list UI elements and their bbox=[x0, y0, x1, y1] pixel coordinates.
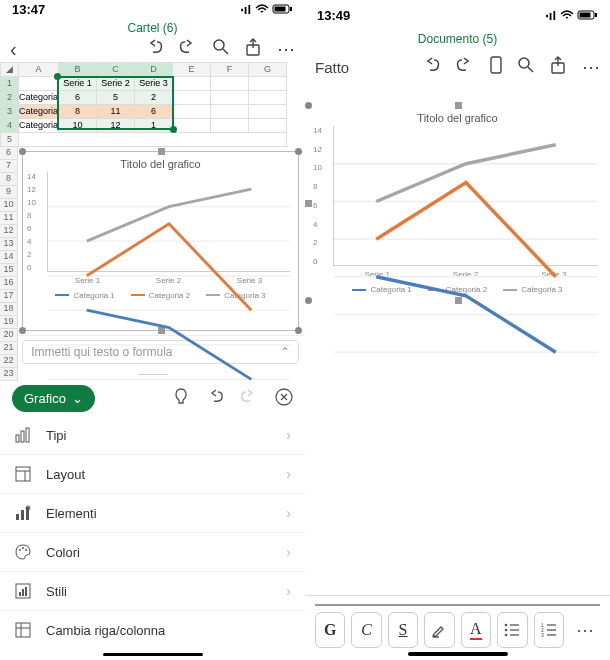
cell[interactable]: 6 bbox=[135, 104, 173, 118]
row-header[interactable]: 13 bbox=[0, 238, 17, 251]
search-icon[interactable] bbox=[518, 57, 534, 78]
col-header[interactable]: B bbox=[59, 62, 97, 76]
row-header[interactable]: 1 bbox=[1, 76, 19, 90]
undo-icon[interactable] bbox=[145, 39, 163, 60]
more-formatting-icon[interactable]: ⋯ bbox=[570, 619, 600, 641]
cell[interactable]: 6 bbox=[59, 90, 97, 104]
resize-handle[interactable] bbox=[158, 148, 165, 155]
row-header[interactable]: 3 bbox=[1, 104, 19, 118]
row-header[interactable]: 12 bbox=[0, 225, 17, 238]
cell[interactable]: 5 bbox=[97, 90, 135, 104]
chart-object[interactable]: Titolo del grafico 14121086420 bbox=[22, 151, 299, 331]
corner-cell[interactable]: ◢ bbox=[1, 62, 19, 76]
col-header[interactable]: A bbox=[19, 62, 59, 76]
row-header[interactable]: 16 bbox=[0, 277, 17, 290]
cell[interactable]: 1 bbox=[135, 118, 173, 132]
resize-handle[interactable] bbox=[305, 297, 312, 304]
back-button[interactable]: ‹ bbox=[10, 38, 17, 61]
share-icon[interactable] bbox=[245, 38, 261, 61]
svg-point-40 bbox=[519, 58, 529, 68]
cell[interactable]: 10 bbox=[59, 118, 97, 132]
menu-item-types[interactable]: Tipi › bbox=[0, 416, 305, 455]
resize-handle[interactable] bbox=[295, 327, 302, 334]
row-header[interactable]: 21 bbox=[0, 342, 17, 355]
resize-handle[interactable] bbox=[305, 200, 312, 207]
status-bar: 13:47 ⋅ıl bbox=[0, 0, 305, 19]
redo-icon[interactable] bbox=[179, 39, 197, 60]
cell[interactable]: Serie 1 bbox=[59, 76, 97, 90]
resize-handle[interactable] bbox=[305, 102, 312, 109]
chevron-right-icon: › bbox=[286, 427, 291, 443]
row-header[interactable]: 4 bbox=[1, 118, 19, 132]
chart-object[interactable]: Titolo del grafico 14121086420 bbox=[309, 106, 606, 300]
home-indicator[interactable] bbox=[103, 653, 203, 656]
svg-rect-39 bbox=[491, 57, 501, 73]
numbered-list-button[interactable]: 123 bbox=[534, 612, 564, 648]
mobile-view-icon[interactable] bbox=[490, 56, 502, 79]
bold-button[interactable]: G bbox=[315, 612, 345, 648]
col-header[interactable]: C bbox=[97, 62, 135, 76]
menu-item-colors[interactable]: Colori › bbox=[0, 533, 305, 572]
cell[interactable]: 11 bbox=[97, 104, 135, 118]
row-header[interactable]: 15 bbox=[0, 264, 17, 277]
selection-handle[interactable] bbox=[170, 126, 177, 133]
cell[interactable]: Categoria bbox=[19, 90, 59, 104]
menu-item-styles[interactable]: Stili › bbox=[0, 572, 305, 611]
home-indicator[interactable] bbox=[408, 652, 508, 656]
done-button[interactable]: Fatto bbox=[315, 59, 349, 76]
cell[interactable]: Serie 3 bbox=[135, 76, 173, 90]
row-header[interactable]: 7 bbox=[0, 160, 17, 173]
cell[interactable]: 12 bbox=[97, 118, 135, 132]
undo-icon[interactable] bbox=[422, 57, 440, 78]
svg-point-28 bbox=[25, 549, 27, 551]
status-time: 13:47 bbox=[12, 2, 45, 17]
plot-area bbox=[47, 172, 290, 272]
cell[interactable]: Serie 2 bbox=[97, 76, 135, 90]
row-header[interactable]: 6 bbox=[0, 147, 17, 160]
wifi-icon bbox=[255, 2, 269, 17]
cell[interactable]: Categoria bbox=[19, 118, 59, 132]
row-header[interactable]: 5 bbox=[1, 132, 19, 146]
cell[interactable]: 2 bbox=[135, 90, 173, 104]
cell[interactable]: 8 bbox=[59, 104, 97, 118]
resize-handle[interactable] bbox=[19, 327, 26, 334]
row-header[interactable]: 23 bbox=[0, 368, 17, 381]
row-header[interactable]: 22 bbox=[0, 355, 17, 368]
selection-handle[interactable] bbox=[54, 73, 61, 80]
signal-icon: ⋅ıl bbox=[545, 8, 556, 23]
bullet-list-button[interactable] bbox=[497, 612, 527, 648]
font-color-button[interactable]: A bbox=[461, 612, 491, 648]
highlight-button[interactable] bbox=[424, 612, 454, 648]
cell[interactable]: Categoria bbox=[19, 104, 59, 118]
row-header[interactable]: 8 bbox=[0, 173, 17, 186]
resize-handle[interactable] bbox=[295, 148, 302, 155]
row-header[interactable]: 2 bbox=[1, 90, 19, 104]
italic-button[interactable]: C bbox=[351, 612, 381, 648]
more-icon[interactable]: ⋯ bbox=[277, 38, 295, 60]
menu-item-elements[interactable]: Elementi › bbox=[0, 494, 305, 533]
row-header[interactable]: 17 bbox=[0, 290, 17, 303]
row-header[interactable]: 14 bbox=[0, 251, 17, 264]
row-header[interactable]: 20 bbox=[0, 329, 17, 342]
chart-title: Titolo del grafico bbox=[23, 152, 298, 172]
col-header[interactable]: G bbox=[249, 62, 287, 76]
menu-item-layout[interactable]: Layout › bbox=[0, 455, 305, 494]
row-header[interactable]: 10 bbox=[0, 199, 17, 212]
col-header[interactable]: F bbox=[211, 62, 249, 76]
col-header[interactable]: E bbox=[173, 62, 211, 76]
more-icon[interactable]: ⋯ bbox=[582, 56, 600, 78]
share-icon[interactable] bbox=[550, 56, 566, 79]
series-line-3 bbox=[87, 189, 252, 241]
row-header[interactable]: 18 bbox=[0, 303, 17, 316]
col-header[interactable]: D bbox=[135, 62, 173, 76]
menu-item-swap[interactable]: Cambia riga/colonna bbox=[0, 611, 305, 649]
row-header[interactable]: 11 bbox=[0, 212, 17, 225]
redo-icon[interactable] bbox=[456, 57, 474, 78]
row-header[interactable]: 19 bbox=[0, 316, 17, 329]
underline-button[interactable]: S bbox=[388, 612, 418, 648]
resize-handle[interactable] bbox=[19, 148, 26, 155]
spreadsheet[interactable]: ◢ A B C D E F G 1 Serie 1 Serie 2 Serie … bbox=[0, 62, 305, 147]
row-header[interactable]: 9 bbox=[0, 186, 17, 199]
resize-handle[interactable] bbox=[455, 102, 462, 109]
search-icon[interactable] bbox=[213, 39, 229, 60]
